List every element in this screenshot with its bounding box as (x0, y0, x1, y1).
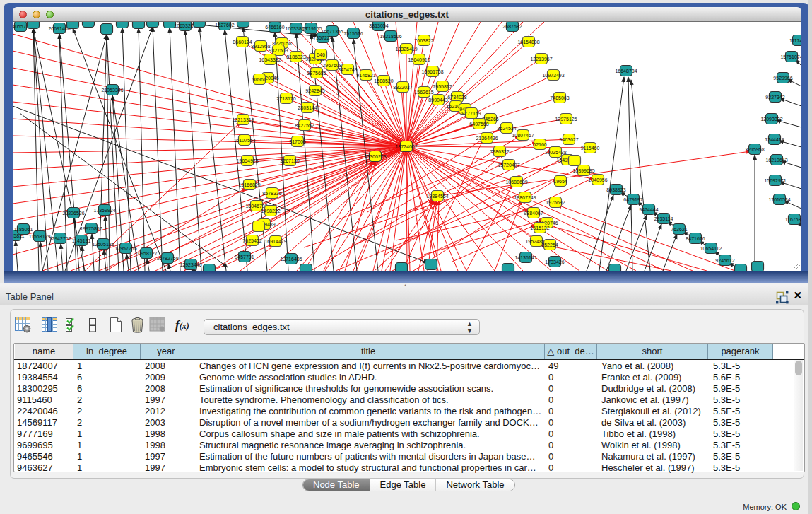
svg-text:9327503: 9327503 (269, 48, 288, 53)
svg-text:9457791: 9457791 (235, 255, 254, 259)
svg-text:12213319: 12213319 (232, 117, 254, 122)
svg-text:98961: 98961 (252, 77, 266, 82)
svg-text:9777169: 9777169 (461, 111, 481, 116)
svg-text:18807249: 18807249 (514, 195, 536, 200)
svg-text:3624534: 3624534 (497, 126, 516, 131)
svg-text:9242845: 9242845 (305, 88, 324, 93)
svg-text:15751074: 15751074 (780, 54, 801, 59)
svg-text:12213967: 12213967 (530, 57, 552, 62)
svg-text:16914479: 16914479 (264, 239, 286, 244)
svg-text:8938923: 8938923 (606, 187, 625, 192)
svg-text:15692971: 15692971 (764, 178, 786, 183)
svg-text:1185061: 1185061 (14, 227, 33, 232)
svg-text:12093322: 12093322 (760, 117, 782, 122)
svg-text:6466160: 6466160 (265, 25, 284, 30)
svg-text:2967608: 2967608 (322, 63, 341, 68)
svg-text:7515526: 7515526 (343, 31, 363, 36)
svg-text:9245612: 9245612 (715, 258, 734, 263)
svg-text:8471676: 8471676 (686, 236, 705, 241)
svg-text:12975125: 12975125 (555, 117, 577, 122)
svg-text:2935114: 2935114 (654, 216, 673, 221)
svg-text:16961758: 16961758 (421, 69, 443, 74)
svg-text:20206526: 20206526 (62, 211, 84, 216)
svg-text:13325419: 13325419 (395, 47, 417, 52)
svg-text:317006: 317006 (289, 139, 305, 144)
svg-text:6497568: 6497568 (469, 122, 488, 127)
svg-text:18724007: 18724007 (395, 144, 417, 149)
svg-text:8660124: 8660124 (233, 40, 252, 45)
svg-text:9884067: 9884067 (524, 211, 543, 216)
svg-text:8454749: 8454749 (338, 67, 357, 72)
svg-text:16033809: 16033809 (285, 26, 307, 31)
svg-text:1145191: 1145191 (72, 238, 91, 243)
svg-text:8186323: 8186323 (286, 54, 305, 59)
svg-text:9146821: 9146821 (356, 73, 375, 78)
svg-text:1040956: 1040956 (588, 177, 607, 182)
svg-text:2803144: 2803144 (298, 105, 317, 110)
svg-text:1167532: 1167532 (785, 217, 801, 222)
svg-text:7485063: 7485063 (550, 95, 569, 100)
svg-text:7955812: 7955812 (433, 84, 452, 89)
svg-text:8990443: 8990443 (428, 98, 447, 103)
svg-text:6479197: 6479197 (623, 197, 642, 202)
svg-text:16648784: 16648784 (615, 69, 637, 74)
svg-text:19218506: 19218506 (379, 34, 401, 39)
svg-text:10973493: 10973493 (542, 73, 564, 78)
svg-text:3267130: 3267130 (280, 158, 299, 163)
svg-text:1117439: 1117439 (789, 38, 801, 43)
svg-text:9115460: 9115460 (581, 146, 600, 151)
svg-text:13716485: 13716485 (280, 257, 302, 262)
svg-text:14136141: 14136141 (514, 255, 536, 260)
svg-text:19654923: 19654923 (236, 158, 258, 163)
svg-text:3215958: 3215958 (745, 147, 764, 152)
svg-text:1588520: 1588520 (374, 78, 393, 83)
svg-text:16210643: 16210643 (765, 158, 787, 163)
svg-text:10399685: 10399685 (572, 168, 594, 173)
svg-text:10654112: 10654112 (700, 246, 722, 251)
svg-text:8322037: 8322037 (393, 85, 412, 90)
svg-text:1562615: 1562615 (414, 90, 433, 95)
svg-text:19384554: 19384554 (426, 194, 448, 199)
svg-text:1498222: 1498222 (261, 209, 280, 214)
svg-text:16154808: 16154808 (517, 40, 539, 45)
svg-text:12942757: 12942757 (49, 236, 71, 241)
svg-text:7357224: 7357224 (313, 35, 332, 40)
svg-text:6734028: 6734028 (447, 95, 466, 100)
svg-text:12923446: 12923446 (180, 262, 201, 267)
svg-text:3875685: 3875685 (307, 71, 326, 76)
svg-text:763621: 763621 (671, 227, 687, 232)
svg-text:8578335: 8578335 (262, 191, 281, 196)
svg-text:21053346: 21053346 (101, 88, 123, 93)
svg-text:252254: 252254 (541, 243, 558, 247)
svg-text:18640910: 18640910 (408, 57, 430, 62)
svg-text:8427552: 8427552 (295, 123, 314, 128)
svg-text:62160: 62160 (533, 142, 547, 147)
svg-text:10958127: 10958127 (135, 251, 157, 256)
svg-text:1615132: 1615132 (530, 226, 549, 230)
svg-text:16543382: 16543382 (259, 57, 281, 62)
svg-text:19166829: 19166829 (238, 182, 260, 187)
svg-text:15720407: 15720407 (498, 163, 519, 168)
svg-text:19654: 19654 (553, 179, 567, 184)
svg-text:11568129: 11568129 (29, 234, 51, 239)
svg-text:16107554: 16107554 (233, 138, 255, 143)
svg-text:9529966: 9529966 (773, 76, 792, 81)
svg-text:16782759: 16782759 (156, 256, 178, 261)
svg-text:9474444: 9474444 (639, 207, 658, 212)
svg-text:7663822: 7663822 (414, 38, 433, 43)
svg-text:17016534: 17016534 (768, 197, 790, 202)
svg-text:10807467: 10807467 (512, 133, 534, 138)
svg-text:8813054: 8813054 (369, 23, 388, 28)
svg-text:1733426: 1733426 (545, 259, 564, 264)
svg-text:9227342: 9227342 (765, 95, 784, 100)
svg-text:1527602: 1527602 (215, 23, 234, 28)
svg-text:546: 546 (317, 52, 325, 57)
svg-text:12505135: 12505135 (92, 242, 114, 247)
svg-text:7625402: 7625402 (242, 238, 261, 243)
svg-text:2718170: 2718170 (276, 96, 295, 101)
svg-text:1975692: 1975692 (546, 200, 565, 205)
svg-text:17957255: 17957255 (114, 246, 136, 251)
svg-text:10688609: 10688609 (505, 180, 527, 185)
svg-text:1244419: 1244419 (765, 137, 784, 142)
svg-text:19975867: 19975867 (80, 226, 102, 231)
